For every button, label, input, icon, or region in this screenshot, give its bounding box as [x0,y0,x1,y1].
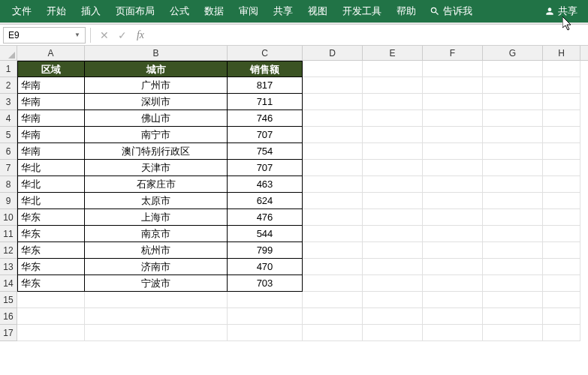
cell-H8[interactable] [543,176,580,193]
cell-E16[interactable] [363,308,423,325]
cell-E4[interactable] [363,110,423,127]
cell-F10[interactable] [423,209,483,226]
cell-D17[interactable] [303,325,363,341]
cell-G10[interactable] [483,209,543,226]
row-header-11[interactable]: 11 [0,226,17,242]
cell-A2[interactable]: 华南 [17,77,85,94]
cell-E5[interactable] [363,127,423,143]
cell-A11[interactable]: 华东 [17,226,85,242]
cell-E3[interactable] [363,94,423,110]
cell-E9[interactable] [363,193,423,209]
cell-E2[interactable] [363,77,423,94]
cell-E13[interactable] [363,259,423,275]
cell-H1[interactable] [543,61,580,77]
cell-C8[interactable]: 463 [228,176,303,193]
cell-A8[interactable]: 华北 [17,176,85,193]
cell-B17[interactable] [85,325,228,341]
row-header-8[interactable]: 8 [0,176,17,193]
row-header-5[interactable]: 5 [0,127,17,143]
row-header-6[interactable]: 6 [0,143,17,160]
cell-A4[interactable]: 华南 [17,110,85,127]
cell-C14[interactable]: 703 [228,275,303,292]
cell-A9[interactable]: 华北 [17,193,85,209]
cell-C3[interactable]: 711 [228,94,303,110]
cell-C9[interactable]: 624 [228,193,303,209]
cell-F7[interactable] [423,160,483,176]
cell-B14[interactable]: 宁波市 [85,275,228,292]
ribbon-tab-view[interactable]: 视图 [300,0,335,22]
column-header-F[interactable]: F [423,46,483,61]
cell-D15[interactable] [303,292,363,308]
cell-A13[interactable]: 华东 [17,259,85,275]
cell-G5[interactable] [483,127,543,143]
cell-C2[interactable]: 817 [228,77,303,94]
cell-C1[interactable]: 销售额 [228,61,303,77]
cell-B16[interactable] [85,308,228,325]
cell-B2[interactable]: 广州市 [85,77,228,94]
cell-B11[interactable]: 南京市 [85,226,228,242]
cell-E15[interactable] [363,292,423,308]
cell-F13[interactable] [423,259,483,275]
cell-H14[interactable] [543,275,580,292]
cancel-formula-button[interactable]: ✕ [95,27,113,44]
cell-G9[interactable] [483,193,543,209]
cell-E14[interactable] [363,275,423,292]
cell-C13[interactable]: 470 [228,259,303,275]
cell-B9[interactable]: 太原市 [85,193,228,209]
cell-B8[interactable]: 石家庄市 [85,176,228,193]
cell-D4[interactable] [303,110,363,127]
cell-H17[interactable] [543,325,580,341]
cell-C17[interactable] [228,325,303,341]
cell-D16[interactable] [303,308,363,325]
cell-C11[interactable]: 544 [228,226,303,242]
insert-function-button[interactable]: fx [131,27,149,44]
row-header-3[interactable]: 3 [0,94,17,110]
cell-H5[interactable] [543,127,580,143]
cell-G2[interactable] [483,77,543,94]
cell-G3[interactable] [483,94,543,110]
cell-H7[interactable] [543,160,580,176]
row-header-9[interactable]: 9 [0,193,17,209]
ribbon-tab-share-tab[interactable]: 共享 [266,0,300,22]
cell-F9[interactable] [423,193,483,209]
cell-F15[interactable] [423,292,483,308]
cell-B5[interactable]: 南宁市 [85,127,228,143]
ribbon-tab-file[interactable]: 文件 [5,0,39,22]
row-header-15[interactable]: 15 [0,292,17,308]
cells-area[interactable]: 区域城市销售额华南广州市817华南深圳市711华南佛山市746华南南宁市707华… [17,61,588,375]
cell-F16[interactable] [423,308,483,325]
row-header-14[interactable]: 14 [0,275,17,292]
cell-H6[interactable] [543,143,580,160]
cell-A1[interactable]: 区域 [17,61,85,77]
ribbon-tab-formulas[interactable]: 公式 [162,0,197,22]
row-header-16[interactable]: 16 [0,308,17,325]
spreadsheet-grid[interactable]: ABCDEFGH 1234567891011121314151617 区域城市销… [0,46,588,375]
row-header-7[interactable]: 7 [0,160,17,176]
cell-F2[interactable] [423,77,483,94]
cell-B4[interactable]: 佛山市 [85,110,228,127]
cell-B10[interactable]: 上海市 [85,209,228,226]
cell-D14[interactable] [303,275,363,292]
cell-A16[interactable] [17,308,85,325]
select-all-corner[interactable] [0,46,17,61]
row-header-17[interactable]: 17 [0,325,17,341]
cell-E12[interactable] [363,242,423,259]
cell-A5[interactable]: 华南 [17,127,85,143]
row-header-4[interactable]: 4 [0,110,17,127]
ribbon-tab-page-layout[interactable]: 页面布局 [108,0,162,22]
cell-B3[interactable]: 深圳市 [85,94,228,110]
cell-D6[interactable] [303,143,363,160]
cell-F17[interactable] [423,325,483,341]
row-header-2[interactable]: 2 [0,77,17,94]
cell-B1[interactable]: 城市 [85,61,228,77]
cell-C15[interactable] [228,292,303,308]
row-header-12[interactable]: 12 [0,242,17,259]
cell-C6[interactable]: 754 [228,143,303,160]
row-header-13[interactable]: 13 [0,259,17,275]
cell-G12[interactable] [483,242,543,259]
cell-A6[interactable]: 华南 [17,143,85,160]
cell-H2[interactable] [543,77,580,94]
column-header-H[interactable]: H [543,46,580,61]
column-header-E[interactable]: E [363,46,423,61]
cell-D13[interactable] [303,259,363,275]
